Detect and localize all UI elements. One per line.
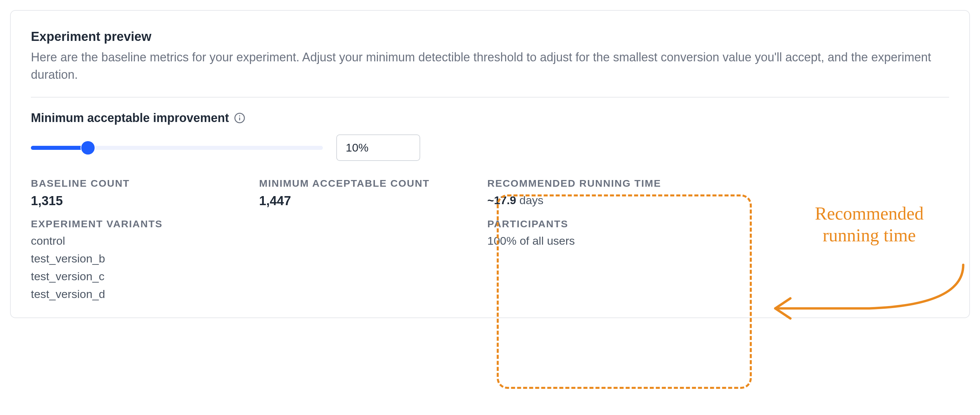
recommended-time-prefix: ~17.9 bbox=[487, 194, 516, 206]
improvement-label-row: Minimum acceptable improvement bbox=[31, 111, 949, 125]
recommended-time-suffix: days bbox=[516, 194, 543, 206]
annotation-line2: running time bbox=[775, 225, 963, 246]
info-icon[interactable] bbox=[234, 112, 246, 124]
experiment-variants-list: control test_version_b test_version_c te… bbox=[31, 234, 487, 301]
improvement-percent-input[interactable]: 10% bbox=[336, 135, 420, 161]
page-description: Here are the baseline metrics for your e… bbox=[31, 49, 949, 84]
annotation-line1: Recommended bbox=[775, 203, 963, 225]
min-acceptable-count-block: MINIMUM ACCEPTABLE COUNT 1,447 bbox=[259, 177, 487, 208]
baseline-count-block: BASELINE COUNT 1,315 bbox=[31, 177, 259, 208]
experiment-variants-label: EXPERIMENT VARIANTS bbox=[31, 218, 487, 230]
recommended-time-value: ~17.9 days bbox=[487, 194, 736, 207]
svg-point-2 bbox=[239, 115, 240, 116]
improvement-label: Minimum acceptable improvement bbox=[31, 111, 229, 125]
min-acceptable-count-value: 1,447 bbox=[259, 194, 487, 208]
recommended-time-block: RECOMMENDED RUNNING TIME ~17.9 days bbox=[487, 177, 736, 208]
annotation-text: Recommended running time bbox=[775, 203, 963, 246]
baseline-count-value: 1,315 bbox=[31, 194, 259, 208]
recommended-time-label: RECOMMENDED RUNNING TIME bbox=[487, 177, 736, 189]
participants-value: 100% of all users bbox=[487, 234, 736, 247]
participants-block: PARTICIPANTS 100% of all users bbox=[487, 218, 736, 301]
slider-fill bbox=[31, 146, 88, 150]
improvement-slider-row: 10% bbox=[31, 135, 949, 161]
experiment-variants-block: EXPERIMENT VARIANTS control test_version… bbox=[31, 218, 487, 301]
divider bbox=[31, 97, 949, 98]
page-title: Experiment preview bbox=[31, 30, 949, 44]
list-item: test_version_c bbox=[31, 270, 487, 283]
min-acceptable-count-label: MINIMUM ACCEPTABLE COUNT bbox=[259, 177, 487, 189]
experiment-preview-card: Experiment preview Here are the baseline… bbox=[10, 10, 970, 318]
list-item: test_version_d bbox=[31, 288, 487, 301]
baseline-count-label: BASELINE COUNT bbox=[31, 177, 259, 189]
participants-label: PARTICIPANTS bbox=[487, 218, 736, 230]
list-item: test_version_b bbox=[31, 252, 487, 265]
list-item: control bbox=[31, 234, 487, 247]
slider-thumb[interactable] bbox=[81, 141, 95, 155]
improvement-slider[interactable] bbox=[31, 146, 323, 150]
